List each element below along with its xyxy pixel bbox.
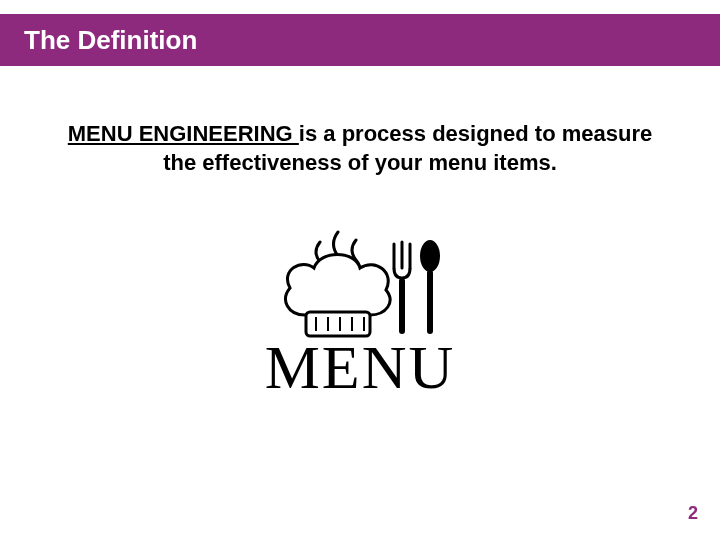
svg-rect-11 — [427, 270, 433, 334]
svg-rect-9 — [399, 278, 405, 334]
menu-word: MENU — [265, 333, 456, 401]
spoon-icon — [420, 240, 440, 334]
page-number: 2 — [688, 503, 698, 524]
slide-title: The Definition — [24, 25, 197, 56]
definition-text: MENU ENGINEERING is a process designed t… — [60, 120, 660, 177]
slide: The Definition MENU ENGINEERING is a pro… — [0, 0, 720, 540]
fork-icon — [394, 242, 410, 334]
svg-point-10 — [420, 240, 440, 272]
title-bar: The Definition — [0, 14, 720, 66]
menu-graphic: MENU — [210, 210, 510, 410]
term: MENU ENGINEERING — [68, 121, 299, 146]
